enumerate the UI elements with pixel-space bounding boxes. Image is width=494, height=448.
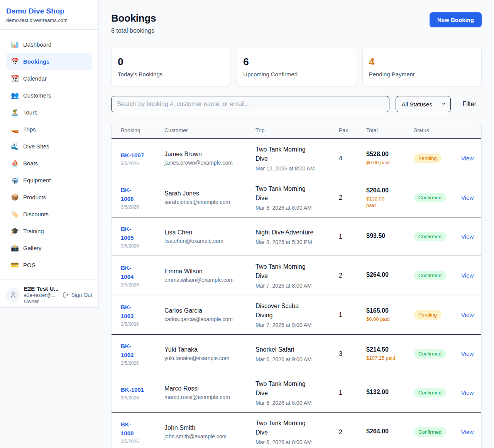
booking-row: BK-1006 3/5/2026 Sarah Jones sarah.jones… [112, 178, 481, 217]
trip-datetime: Mar 12, 2026 at 8:00 AM [255, 165, 327, 172]
customer-name: Lisa Chen [164, 229, 243, 236]
sidebar-item-bookings[interactable]: 📅 Bookings [6, 53, 92, 70]
sidebar-item-products[interactable]: 📦 Products [6, 189, 92, 205]
customer-email: lisa.chen@example.com [164, 238, 243, 244]
trip-name: Night Dive Adventure [255, 228, 316, 237]
column-header-booking: Booking [112, 122, 158, 139]
trip-name: Discover Scuba Diving [255, 301, 316, 320]
sidebar-item-equipment[interactable]: 🤿 Equipment [6, 172, 92, 189]
sidebar-item-label: POS [23, 262, 36, 268]
booking-id-link[interactable]: BK-1003 [121, 303, 152, 320]
filter-button[interactable]: Filter [457, 101, 482, 108]
booking-id-link[interactable]: BK-1005 [121, 224, 152, 242]
sidebar-item-tours[interactable]: 🏝️ Tours [6, 104, 92, 121]
booking-row: BK-1004 3/5/2026 Emma Wilson emma.wilson… [112, 256, 481, 295]
booking-id-link[interactable]: BK-1001 [121, 385, 152, 394]
booking-id-link[interactable]: BK-1007 [121, 151, 152, 160]
column-header-trip: Trip [249, 122, 333, 139]
new-booking-button[interactable]: New Booking [430, 12, 482, 27]
sidebar-item-training[interactable]: 🎓 Training [6, 222, 92, 239]
booking-row: BK-1003 3/5/2026 Carlos Garcia carlos.ga… [112, 295, 481, 335]
booking-date: 3/5/2026 [121, 360, 152, 366]
booking-row: BK-1002 3/5/2026 Yuki Tanaka yuki.tanaka… [112, 335, 481, 373]
sidebar-item-dive-sites[interactable]: 🌊 Dive Sites [6, 138, 92, 155]
customer-name: Sarah Jones [164, 190, 243, 197]
sidebar-item-label: Tours [23, 109, 37, 116]
view-link[interactable]: View [461, 429, 474, 435]
customer-name: Carlos Garcia [164, 307, 243, 314]
stat-value: 4 [369, 56, 475, 68]
sidebar-item-boats[interactable]: ⛵ Boats [6, 155, 92, 172]
sidebar-item-discounts[interactable]: 🏷️ Discounts [6, 205, 92, 222]
diving-mask-icon: 🤿 [11, 176, 19, 184]
column-header-pax: Pax [333, 122, 360, 139]
sidebar-item-trips[interactable]: 🚤 Trips [6, 121, 92, 138]
sidebar-item-label: Dive Sites [23, 143, 49, 150]
booking-id-link[interactable]: BK-1000 [121, 420, 152, 438]
status-select-wrap: All Statuses [396, 96, 451, 112]
status-badge: Confirmed [414, 427, 446, 437]
sidebar-item-label: Bookings [23, 58, 49, 65]
status-select[interactable]: All Statuses [396, 96, 451, 112]
customer-name: Marco Rossi [164, 385, 243, 392]
view-link[interactable]: View [461, 155, 474, 162]
sidebar-item-label: Products [23, 194, 46, 200]
sidebar-item-gallery[interactable]: 📸 Gallery [6, 239, 92, 256]
user-info: E2E Test U... e2e-tester@... Owner [24, 285, 59, 304]
sidebar-item-calendar[interactable]: 📆 Calendar [6, 70, 92, 87]
view-link[interactable]: View [461, 312, 474, 318]
sidebar-item-customers[interactable]: 👥 Customers [6, 87, 92, 104]
page-subtitle: 8 total bookings [111, 27, 156, 34]
user-email: e2e-tester@... [24, 292, 59, 298]
status-badge: Pending [414, 310, 442, 320]
trip-datetime: Mar 6, 2026 at 8:00 AM [255, 400, 327, 406]
paid-amount: $107.25 paid [366, 355, 401, 361]
booking-date: 3/5/2026 [121, 204, 152, 210]
sidebar-item-label: Equipment [23, 177, 51, 184]
status-badge: Confirmed [414, 232, 446, 241]
stat-label: Today's Bookings [118, 71, 224, 77]
stat-label: Pending Payment [369, 71, 475, 77]
sidebar-item-pos[interactable]: 💳 POS [6, 256, 92, 273]
pax-count: 3 [339, 350, 342, 357]
customer-name: James Brown [164, 151, 243, 158]
status-badge: Pending [414, 153, 442, 163]
shop-domain: demo.test.divestreams.com [6, 17, 92, 23]
bar-chart-icon: 📊 [11, 40, 19, 49]
pax-count: 1 [339, 312, 342, 318]
total-amount: $264.00 [366, 271, 401, 278]
sign-out-button[interactable]: Sign Out [63, 292, 92, 298]
booking-id-link[interactable]: BK-1006 [121, 185, 152, 203]
table-header-row: Booking Customer Trip Pax Total Status [112, 122, 481, 139]
total-amount: $165.00 [366, 307, 401, 314]
sidebar-nav: 📊 Dashboard 📅 Bookings 📆 Calendar 👥 Cust… [0, 30, 98, 280]
view-link[interactable]: View [461, 233, 474, 240]
view-link[interactable]: View [461, 272, 474, 279]
pax-count: 2 [339, 272, 342, 279]
search-input[interactable] [111, 96, 389, 112]
customer-email: marco.rossi@example.com [164, 394, 243, 400]
pax-count: 1 [339, 389, 342, 396]
booking-id-link[interactable]: BK-1004 [121, 263, 152, 281]
sidebar-item-label: Customers [23, 92, 51, 99]
booking-row: BK-1000 3/5/2026 John Smith john.smith@e… [112, 413, 481, 448]
sidebar: Demo Dive Shop demo.test.divestreams.com… [0, 0, 99, 308]
stat-value: 0 [118, 56, 224, 68]
total-amount: $528.00 [366, 151, 401, 158]
user-role: Owner [24, 298, 59, 304]
trip-datetime: Mar 8, 2026 at 5:30 PM [255, 239, 327, 245]
booking-date: 3/5/2026 [121, 395, 152, 401]
sidebar-item-dashboard[interactable]: 📊 Dashboard [6, 36, 92, 53]
paid-amount: $0.00 paid [366, 159, 401, 166]
view-link[interactable]: View [461, 194, 474, 201]
view-link[interactable]: View [461, 350, 474, 357]
booking-date: 3/5/2026 [121, 243, 152, 249]
user-icon [10, 291, 17, 298]
booking-id-link[interactable]: BK-1002 [121, 342, 152, 359]
stat-card-pending-payment: 4 Pending Payment [362, 47, 482, 86]
sidebar-item-label: Dashboard [23, 41, 51, 48]
bookings-table: Booking Customer Trip Pax Total Status B… [112, 122, 481, 448]
avatar [6, 288, 20, 302]
sidebar-item-label: Gallery [23, 245, 42, 251]
view-link[interactable]: View [461, 389, 474, 396]
